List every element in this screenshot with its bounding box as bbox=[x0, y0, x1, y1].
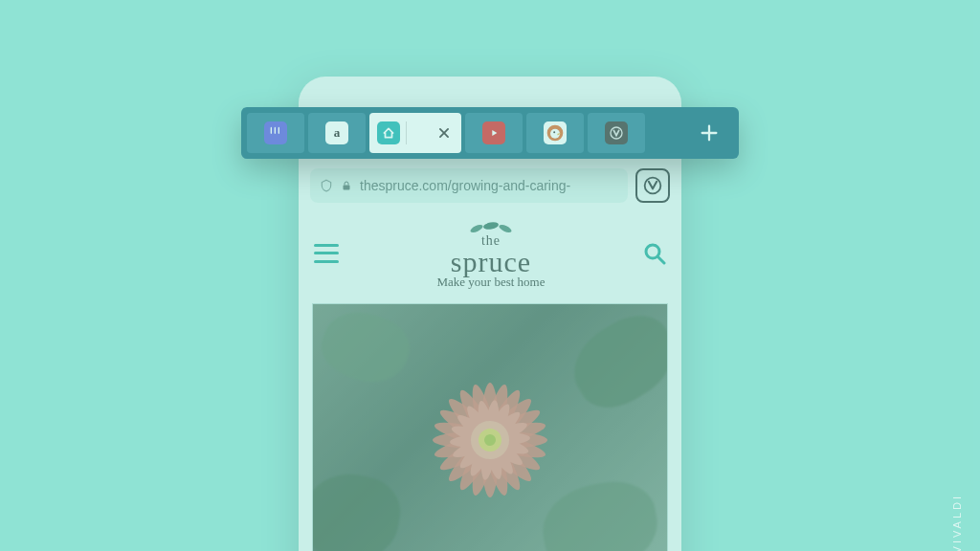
svg-rect-0 bbox=[344, 186, 350, 190]
lock-icon bbox=[341, 179, 352, 192]
article-hero-image bbox=[312, 303, 668, 551]
svg-point-1 bbox=[645, 178, 661, 194]
vivaldi-icon bbox=[643, 176, 662, 195]
thespruce-icon bbox=[377, 121, 400, 144]
duckduckgo-icon bbox=[544, 121, 567, 144]
tab-mastodon[interactable] bbox=[247, 113, 304, 153]
watermark: VIVALDI bbox=[951, 494, 963, 551]
plus-icon bbox=[699, 122, 720, 143]
search-icon[interactable] bbox=[643, 242, 666, 265]
svg-point-5 bbox=[646, 245, 659, 258]
vivaldi-menu-button[interactable] bbox=[635, 168, 670, 203]
svg-point-2 bbox=[469, 223, 483, 233]
shield-icon bbox=[320, 178, 333, 193]
close-tab-button[interactable] bbox=[434, 123, 454, 143]
flower-illustration bbox=[423, 373, 557, 507]
watermark-text: VIVALDI bbox=[951, 494, 963, 551]
vivaldi-tab-icon bbox=[605, 121, 628, 144]
tab-thespruce-active[interactable] bbox=[369, 113, 461, 153]
brand-name: spruce bbox=[436, 249, 545, 275]
address-bar[interactable]: thespruce.com/growing-and-caring- bbox=[310, 168, 628, 203]
tab-duckduckgo[interactable] bbox=[526, 113, 584, 153]
tab-divider bbox=[406, 121, 407, 144]
site-logo[interactable]: the spruce Make your best home bbox=[436, 216, 545, 290]
youtube-icon bbox=[482, 121, 505, 144]
mastodon-icon bbox=[264, 121, 287, 144]
close-icon bbox=[437, 126, 451, 140]
new-tab-button[interactable] bbox=[685, 113, 733, 153]
amazon-icon: a bbox=[325, 121, 348, 144]
browser-toolbar: thespruce.com/growing-and-caring- bbox=[299, 161, 681, 210]
leaf-decor-icon bbox=[457, 220, 524, 233]
svg-point-4 bbox=[498, 223, 512, 233]
tab-youtube[interactable] bbox=[465, 113, 523, 153]
tab-strip: a bbox=[241, 107, 739, 159]
tab-vivaldi[interactable] bbox=[588, 113, 645, 153]
hamburger-menu-button[interactable] bbox=[314, 244, 339, 263]
svg-point-30 bbox=[484, 434, 496, 446]
site-header: the spruce Make your best home bbox=[299, 210, 681, 299]
tab-amazon[interactable]: a bbox=[308, 113, 366, 153]
svg-point-3 bbox=[482, 221, 499, 231]
svg-line-6 bbox=[658, 257, 664, 263]
brand-tagline: Make your best home bbox=[436, 275, 545, 290]
url-text: thespruce.com/growing-and-caring- bbox=[360, 178, 570, 193]
svg-point-37 bbox=[553, 131, 555, 133]
